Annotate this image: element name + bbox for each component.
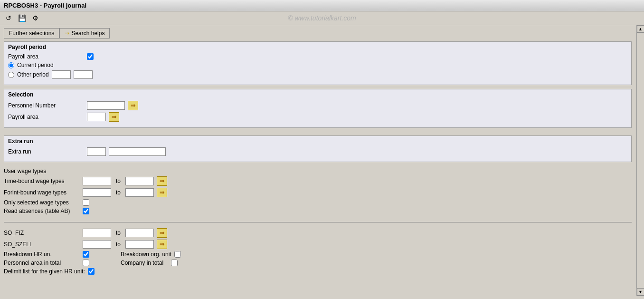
so-fiz-nav-button[interactable]: ⇒ xyxy=(157,228,167,238)
forint-bound-row: Forint-bound wage types to ⇒ xyxy=(4,188,632,197)
breakdown-hr-label: Breakdown HR un. xyxy=(4,251,80,258)
time-bound-nav-button[interactable]: ⇒ xyxy=(157,176,167,186)
breakdown-row: Breakdown HR un. Breakdown org. unit xyxy=(4,251,632,258)
delimit-list-label: Delimit list for the given HR unit: xyxy=(4,268,85,275)
read-absences-row: Read absences (table AB) xyxy=(4,208,632,214)
personnel-area-total-label: Personnel area in total xyxy=(4,260,80,266)
save-icon[interactable]: 💾 xyxy=(17,13,27,23)
personnel-number-nav-button[interactable]: ⇒ xyxy=(128,101,138,110)
read-absences-label: Read absences (table AB) xyxy=(4,208,80,214)
forint-bound-arrow-icon: ⇒ xyxy=(160,189,164,196)
main-content: Further selections ⇒ Search helps Payrol… xyxy=(0,25,644,296)
personnel-area-total-checkbox[interactable] xyxy=(83,260,89,266)
so-fiz-arrow-icon: ⇒ xyxy=(160,230,164,236)
time-bound-input-to[interactable] xyxy=(125,177,154,185)
so-fiz-label: SO_FIZ xyxy=(4,230,80,236)
so-section: SO_FIZ to ⇒ SO_SZELL to ⇒ Breakdown HR u… xyxy=(4,226,632,279)
forint-bound-label: Forint-bound wage types xyxy=(4,189,80,196)
selection-payroll-area-nav-button[interactable]: ⇒ xyxy=(109,112,119,122)
extra-run-title: Extra run xyxy=(8,138,627,145)
so-fiz-to: to xyxy=(116,230,121,236)
payroll-area-checkbox[interactable] xyxy=(87,53,94,60)
toolbar: ↺ 💾 ⚙ © www.tutorialkart.com xyxy=(0,11,644,25)
forint-bound-to: to xyxy=(116,189,121,196)
breakdown-org-label: Breakdown org. unit xyxy=(121,251,171,258)
scrollbar[interactable]: ▲ ▼ xyxy=(636,25,644,296)
other-period-input1[interactable] xyxy=(52,70,71,79)
forint-bound-nav-button[interactable]: ⇒ xyxy=(157,188,167,197)
forint-bound-input-to[interactable] xyxy=(125,188,154,197)
payroll-area-row: Payroll area xyxy=(8,53,627,60)
current-period-row: Current period xyxy=(8,62,627,68)
only-selected-label: Only selected wage types xyxy=(4,199,80,206)
tab-bar: Further selections ⇒ Search helps xyxy=(4,28,632,39)
time-bound-arrow-icon: ⇒ xyxy=(160,178,164,184)
selection-payroll-area-row: Payroll area ⇒ xyxy=(8,112,627,122)
current-period-radio[interactable] xyxy=(8,62,14,68)
time-bound-label: Time-bound wage types xyxy=(4,178,80,184)
personnel-area-row: Personnel area in total Company in total xyxy=(4,260,632,266)
so-szell-input-to[interactable] xyxy=(125,240,154,249)
company-total-checkbox[interactable] xyxy=(171,260,178,266)
command-icon[interactable]: ⚙ xyxy=(30,13,40,23)
time-bound-input-from[interactable] xyxy=(83,177,111,185)
extra-run-input1[interactable] xyxy=(87,147,106,156)
extra-run-row: Extra run xyxy=(8,147,627,156)
selection-section: Selection Personnel Number ⇒ Payroll are… xyxy=(4,89,632,128)
user-wage-types-row: User wage types xyxy=(4,168,632,174)
user-wage-types-section: User wage types Time-bound wage types to… xyxy=(4,166,632,218)
other-period-label: Other period xyxy=(17,71,49,78)
forint-bound-input-from[interactable] xyxy=(83,188,111,197)
so-fiz-row: SO_FIZ to ⇒ xyxy=(4,228,632,238)
search-helps-label: Search helps xyxy=(71,30,104,37)
scroll-down-arrow[interactable]: ▼ xyxy=(637,288,644,296)
time-bound-to: to xyxy=(116,178,121,184)
scroll-up-arrow[interactable]: ▲ xyxy=(637,25,644,33)
selection-title: Selection xyxy=(8,91,627,98)
selection-payroll-area-arrow-icon: ⇒ xyxy=(112,114,116,120)
breakdown-hr-checkbox[interactable] xyxy=(83,251,89,258)
so-szell-row: SO_SZELL to ⇒ xyxy=(4,240,632,249)
title-text: RPCBOSH3 - Payroll journal xyxy=(4,2,86,9)
further-selections-label: Further selections xyxy=(9,30,54,37)
so-szell-to: to xyxy=(116,241,121,248)
payroll-area-label: Payroll area xyxy=(8,53,84,60)
so-szell-input-from[interactable] xyxy=(83,240,111,249)
so-szell-label: SO_SZELL xyxy=(4,241,80,248)
time-bound-row: Time-bound wage types to ⇒ xyxy=(4,176,632,186)
payroll-period-section: Payroll period Payroll area Current peri… xyxy=(4,41,632,85)
so-fiz-input-to[interactable] xyxy=(125,229,154,237)
extra-run-label: Extra run xyxy=(8,148,84,155)
breakdown-org-checkbox[interactable] xyxy=(174,251,181,258)
extra-run-section: Extra run Extra run xyxy=(4,135,632,162)
personnel-number-row: Personnel Number ⇒ xyxy=(8,101,627,110)
other-period-radio[interactable] xyxy=(8,72,14,78)
extra-run-input2[interactable] xyxy=(109,147,166,156)
personnel-number-input[interactable] xyxy=(87,101,125,110)
delimit-list-checkbox[interactable] xyxy=(88,268,95,275)
so-szell-nav-button[interactable]: ⇒ xyxy=(157,240,167,249)
so-szell-arrow-icon: ⇒ xyxy=(160,241,164,248)
title-bar: RPCBOSH3 - Payroll journal xyxy=(0,0,644,11)
so-fiz-input-from[interactable] xyxy=(83,229,111,237)
only-selected-checkbox[interactable] xyxy=(83,199,89,206)
only-selected-wage-types-row: Only selected wage types xyxy=(4,199,632,206)
payroll-period-title: Payroll period xyxy=(8,44,627,50)
search-helps-arrow-icon: ⇒ xyxy=(65,30,69,37)
other-period-row: Other period xyxy=(8,70,627,79)
current-period-label: Current period xyxy=(17,62,54,68)
selection-payroll-area-input[interactable] xyxy=(87,113,106,121)
personnel-number-arrow-icon: ⇒ xyxy=(131,102,135,109)
separator-line xyxy=(4,222,632,222)
other-period-input2[interactable] xyxy=(74,70,93,79)
tab-search-helps[interactable]: ⇒ Search helps xyxy=(59,28,110,39)
delimit-list-row: Delimit list for the given HR unit: xyxy=(4,268,632,275)
selection-payroll-area-label: Payroll area xyxy=(8,114,84,120)
user-wage-types-label: User wage types xyxy=(4,168,46,174)
read-absences-checkbox[interactable] xyxy=(83,208,89,214)
watermark: © www.tutorialkart.com xyxy=(288,14,356,22)
personnel-number-label: Personnel Number xyxy=(8,102,84,109)
company-total-label: Company in total xyxy=(121,260,168,266)
back-icon[interactable]: ↺ xyxy=(4,13,13,23)
tab-further-selections[interactable]: Further selections xyxy=(4,28,59,39)
